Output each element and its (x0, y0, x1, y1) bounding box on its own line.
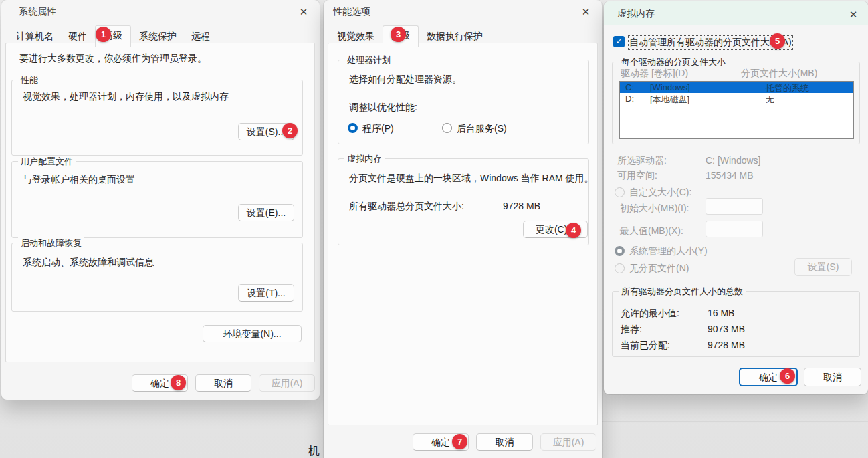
cancel-button[interactable]: 取消 (804, 368, 861, 386)
radio-system-managed (615, 246, 625, 256)
adjust-label: 调整以优化性能: (349, 102, 417, 114)
drive-paging-size: 无 (766, 94, 774, 106)
dialog-title: 性能选项 (333, 6, 370, 18)
close-icon[interactable]: ✕ (296, 4, 312, 20)
dialog-title: 系统属性 (19, 6, 56, 18)
drive-list[interactable]: C: [Windows] 托管的系统 D: [本地磁盘] 无 (619, 81, 854, 139)
initial-size-input (706, 198, 763, 215)
radio-no-paging (615, 263, 625, 273)
allocated-value: 9728 MB (708, 340, 745, 350)
recommended-value: 9073 MB (708, 324, 745, 334)
radio-background-services-label[interactable]: 后台服务(S) (457, 123, 507, 135)
step-badge-4: 4 (566, 223, 581, 238)
startup-recovery-settings-button[interactable]: 设置(T)... (238, 284, 294, 302)
step-badge-8: 8 (171, 375, 186, 390)
radio-programs-label[interactable]: 程序(P) (362, 123, 394, 135)
step-badge-5: 5 (770, 33, 785, 49)
tab-strip: 计算机名 硬件 高级 系统保护 远程 (9, 29, 217, 47)
tab-computer-name[interactable]: 计算机名 (9, 29, 60, 45)
virtual-memory-group: 虚拟内存 分页文件是硬盘上的一块区域，Windows 当作 RAM 使用。 所有… (338, 158, 589, 245)
performance-group-label: 性能 (18, 74, 41, 86)
startup-recovery-desc: 系统启动、系统故障和调试信息 (23, 257, 154, 269)
drive-row-c[interactable]: C: [Windows] 托管的系统 (620, 82, 853, 93)
admin-notice: 要进行大多数更改，你必须作为管理员登录。 (19, 53, 207, 65)
available-space-value: 155434 MB (706, 170, 754, 181)
processor-scheduling-group: 处理器计划 选择如何分配处理器资源。 调整以优化性能: 程序(P) 后台服务(S… (338, 60, 589, 144)
totals-group-label: 所有驱动器分页文件大小的总数 (619, 285, 746, 298)
drive-letter: C: (625, 82, 634, 92)
total-paging-value: 9728 MB (503, 201, 540, 211)
tab-page: 处理器计划 选择如何分配处理器资源。 调整以优化性能: 程序(P) 后台服务(S… (328, 43, 598, 425)
available-space-label: 可用空间: (617, 170, 657, 182)
min-allowed-value: 16 MB (708, 308, 734, 318)
performance-desc: 视觉效果，处理器计划，内存使用，以及虚拟内存 (23, 91, 229, 103)
drive-letter: D: (625, 94, 634, 104)
drive-row-d[interactable]: D: [本地磁盘] 无 (620, 93, 853, 104)
set-button: 设置(S) (794, 258, 852, 276)
tab-remote[interactable]: 远程 (185, 29, 217, 45)
step-badge-3: 3 (391, 27, 406, 42)
startup-recovery-group-label: 启动和故障恢复 (18, 237, 84, 249)
close-icon[interactable]: ✕ (845, 7, 861, 23)
apply-button: 应用(A) (259, 374, 315, 392)
selected-drive-value: C: [Windows] (706, 155, 760, 166)
tab-page: 要进行大多数更改，你必须作为管理员登录。 性能 视觉效果，处理器计划，内存使用，… (5, 43, 315, 362)
radio-custom-size-label: 自定义大小(C): (629, 187, 691, 199)
column-drive: 驱动器 [卷标](D) (621, 68, 688, 80)
processor-scheduling-label: 处理器计划 (344, 54, 393, 66)
tab-visual-effects[interactable]: 视觉效果 (330, 29, 381, 45)
startup-recovery-group: 启动和故障恢复 系统启动、系统故障和调试信息 设置(T)... (11, 243, 303, 312)
totals-group: 所有驱动器分页文件大小的总数 允许的最小值: 16 MB 推荐: 9073 MB… (612, 291, 860, 357)
user-profiles-group-label: 用户配置文件 (18, 156, 76, 168)
dialog-title: 虚拟内存 (617, 8, 655, 20)
step-badge-6: 6 (780, 368, 795, 384)
virtual-memory-dialog: 虚拟内存 ✕ ✓ 自动管理所有驱动器的分页文件大小(A) 每个驱动器的分页文件大… (604, 1, 868, 394)
radio-programs[interactable] (348, 123, 358, 133)
drive-volume: [本地磁盘] (650, 94, 689, 106)
background-text-fragment: 机 (308, 443, 320, 458)
min-allowed-label: 允许的最小值: (621, 308, 679, 320)
radio-system-managed-label: 系统管理的大小(Y) (629, 245, 708, 257)
allocated-label: 当前已分配: (621, 340, 670, 352)
radio-background-services[interactable] (442, 123, 452, 133)
apply-button: 应用(A) (540, 433, 596, 451)
processor-desc: 选择如何分配处理器资源。 (349, 74, 461, 86)
radio-no-paging-label: 无分页文件(N) (629, 263, 689, 275)
total-paging-label: 所有驱动器总分页文件大小: (349, 201, 464, 213)
recommended-label: 推荐: (621, 324, 642, 336)
tab-system-protection[interactable]: 系统保护 (132, 29, 183, 45)
selected-drive-label: 所选驱动器: (617, 155, 667, 167)
user-profiles-group: 用户配置文件 与登录帐户相关的桌面设置 设置(E)... (11, 161, 303, 238)
paging-file-desc: 分页文件是硬盘上的一块区域，Windows 当作 RAM 使用。 (349, 173, 594, 185)
cancel-button[interactable]: 取消 (195, 374, 251, 392)
drive-volume: [Windows] (650, 82, 690, 92)
per-drive-group-label: 每个驱动器的分页文件大小 (619, 56, 728, 68)
background-window-edge (601, 421, 868, 422)
user-profiles-settings-button[interactable]: 设置(E)... (238, 204, 294, 221)
step-badge-7: 7 (452, 434, 467, 449)
per-drive-group: 每个驱动器的分页文件大小 驱动器 [卷标](D) 分页文件大小(MB) C: [… (612, 62, 860, 144)
cancel-button[interactable]: 取消 (476, 433, 533, 451)
max-size-label: 最大值(MB)(X): (620, 225, 683, 237)
auto-manage-checkbox-label[interactable]: 自动管理所有驱动器的分页文件大小(A) (629, 37, 792, 49)
user-profiles-desc: 与登录帐户相关的桌面设置 (23, 174, 135, 186)
environment-variables-button[interactable]: 环境变量(N)... (203, 325, 302, 342)
radio-custom-size (615, 187, 625, 197)
max-size-input (706, 221, 763, 237)
step-badge-1: 1 (96, 27, 111, 42)
performance-options-dialog: 性能选项 ✕ 处理器计划 选择如何分配处理器资源。 调整以优化性能: 程序(P)… (324, 0, 602, 458)
step-badge-2: 2 (282, 123, 298, 138)
performance-group: 性能 视觉效果，处理器计划，内存使用，以及虚拟内存 设置(S)... (11, 80, 303, 156)
column-size: 分页文件大小(MB) (741, 68, 817, 80)
auto-manage-checkbox[interactable]: ✓ (613, 36, 625, 47)
tab-dep[interactable]: 数据执行保护 (420, 29, 490, 45)
tab-hardware[interactable]: 硬件 (62, 29, 94, 45)
tab-strip: 视觉效果 高级 数据执行保护 (330, 29, 490, 47)
system-properties-dialog: 系统属性 ✕ 要进行大多数更改，你必须作为管理员登录。 性能 视觉效果，处理器计… (1, 0, 320, 400)
virtual-memory-label: 虚拟内存 (344, 153, 385, 165)
close-icon[interactable]: ✕ (578, 4, 594, 20)
initial-size-label: 初始大小(MB)(I): (620, 203, 689, 215)
